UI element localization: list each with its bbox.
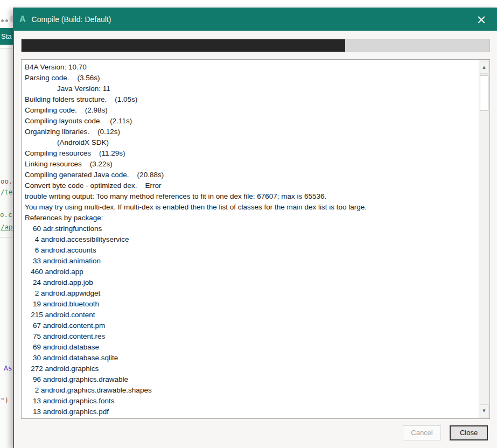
- dialog-title: Compile (Build: Default): [32, 15, 111, 24]
- scroll-down-icon[interactable]: ▼: [480, 404, 488, 417]
- toolbar-dot-icon: [1, 19, 4, 22]
- background-tab-sta[interactable]: Sta: [0, 28, 14, 45]
- progress-fill: [22, 39, 345, 52]
- cancel-button: Cancel: [403, 425, 441, 440]
- compile-dialog: A Compile (Build: Default) × B4A Version…: [13, 8, 497, 448]
- divider: [0, 48, 14, 48]
- scrollbar-thumb[interactable]: [480, 75, 488, 111]
- code-fragment: As: [4, 364, 12, 372]
- code-fragment: /te: [1, 188, 13, 196]
- toolbar-dot-icon: [5, 19, 8, 22]
- compile-progress-bar: [21, 39, 490, 52]
- code-fragment: o.c: [0, 211, 12, 219]
- dialog-titlebar[interactable]: A Compile (Build: Default) ×: [14, 8, 497, 31]
- compile-log-box[interactable]: B4A Version: 10.70 Parsing code. (3.56s)…: [21, 59, 490, 419]
- b4a-logo-icon: A: [19, 15, 26, 24]
- log-scrollbar[interactable]: ▲ ▼: [479, 60, 489, 418]
- scroll-up-icon[interactable]: ▲: [480, 61, 488, 74]
- background-toolbar: [0, 0, 14, 27]
- log-link-fragment[interactable]: /ap: [1, 223, 13, 231]
- divider: [0, 237, 14, 237]
- code-fragment: "): [1, 396, 9, 404]
- compile-log-text: B4A Version: 10.70 Parsing code. (3.56s)…: [22, 60, 479, 418]
- background-ide-strip: Sta oo.c /te o.c /ap As "): [0, 0, 14, 448]
- close-icon[interactable]: ×: [473, 11, 489, 27]
- close-button[interactable]: Close: [450, 425, 488, 440]
